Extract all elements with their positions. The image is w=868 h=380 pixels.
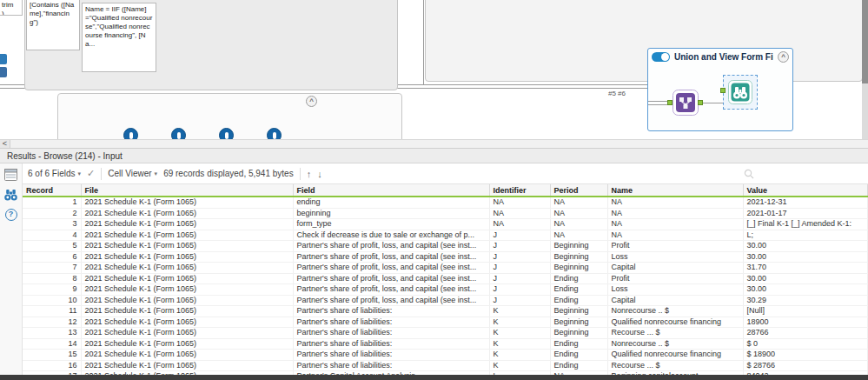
fields-dropdown[interactable]: 6 of 6 Fields ▾ [28,169,81,178]
cell-value[interactable]: 2021-12-31 [743,197,868,208]
cell-name[interactable]: Qualified nonrecourse financing [607,350,743,361]
tool-container-left[interactable] [24,0,398,90]
tool-icon[interactable] [171,128,186,139]
cell-field[interactable]: Partner's share of profit, loss, and cap… [293,273,489,284]
cell-file[interactable]: 2021 Schedule K-1 (Form 1065) [81,338,293,350]
cell-name[interactable]: Capital [607,263,743,274]
cell-field[interactable]: Partner's share of liabilities: [293,360,489,371]
column-header-file[interactable]: File [81,184,293,197]
column-header-period[interactable]: Period [550,184,607,197]
cell-name[interactable]: NA [607,219,743,230]
cell-name[interactable]: NA [607,197,743,208]
move-down-button[interactable]: ↓ [317,169,322,179]
cell-period[interactable]: Ending [550,338,607,350]
cell-period[interactable]: Beginning [550,328,607,339]
cell-file[interactable]: 2021 Schedule K-1 (Form 1065) [81,197,293,208]
column-header-field[interactable]: Field [293,184,489,197]
clipped-tool-icon[interactable] [0,54,7,64]
cell-field[interactable]: Partner's share of liabilities: [293,306,489,317]
cell-value[interactable]: $ 28766 [743,360,868,371]
cell-field[interactable]: Partner's share of liabilities: [293,317,489,328]
cell-name[interactable]: Profit [607,241,743,252]
cell-record[interactable]: 3 [23,219,81,230]
table-row[interactable]: 32021 Schedule K-1 (Form 1065)form_typeN… [23,219,868,230]
cell-file[interactable]: 2021 Schedule K-1 (Form 1065) [81,317,293,328]
cell-period[interactable]: NA [550,197,607,208]
input-anchor[interactable] [667,100,673,105]
cell-file[interactable]: 2021 Schedule K-1 (Form 1065) [81,360,293,371]
cell-file[interactable]: 2021 Schedule K-1 (Form 1065) [81,230,293,241]
table-row[interactable]: 62021 Schedule K-1 (Form 1065)Partner's … [23,251,868,263]
canvas-vertical-scrollbar[interactable] [862,0,868,139]
column-header-identifier[interactable]: Identifier [489,184,550,197]
clipped-tool-icon[interactable] [0,67,7,77]
union-tool-container[interactable]: Union and View Form Fields ^ [647,48,793,131]
cell-name[interactable]: Qualified nonrecourse financing [607,317,743,328]
cell-identifier[interactable]: K [489,328,550,339]
cell-viewer-dropdown[interactable]: Cell Viewer ▾ [108,169,157,178]
cell-value[interactable]: L; [743,230,868,241]
cell-file[interactable]: 2021 Schedule K-1 (Form 1065) [81,273,293,284]
cell-identifier[interactable]: J [489,295,550,306]
cell-file[interactable]: 2021 Schedule K-1 (Form 1065) [81,241,293,252]
cell-record[interactable]: 6 [23,251,81,263]
tool-container-right[interactable] [425,0,863,82]
cell-period[interactable]: Beginning [550,317,607,328]
cell-name[interactable]: NA [607,230,743,241]
cell-value[interactable]: 30.29 [743,295,868,306]
apply-check-icon[interactable]: ✓ [87,168,95,179]
cell-name[interactable]: Recourse ... $ [607,360,743,371]
cell-value[interactable]: 31.70 [743,263,868,274]
cell-name[interactable]: Loss [607,251,743,263]
scroll-left-button[interactable]: < [0,140,10,148]
cell-period[interactable]: Ending [550,284,607,296]
cell-record[interactable]: 2 [23,208,81,219]
table-row[interactable]: 122021 Schedule K-1 (Form 1065)Partner's… [23,317,868,328]
cell-identifier[interactable]: J [489,241,550,252]
cell-record[interactable]: 15 [23,350,81,361]
cell-record[interactable]: 13 [23,328,81,339]
collapse-container-button[interactable]: ^ [778,51,789,63]
cell-record[interactable]: 7 [23,263,81,274]
cell-file[interactable]: 2021 Schedule K-1 (Form 1065) [81,263,293,274]
cell-name[interactable]: Nonrecourse .. $ [607,338,743,350]
cell-period[interactable]: Beginning [550,251,607,263]
cell-file[interactable]: 2021 Schedule K-1 (Form 1065) [81,295,293,306]
cell-record[interactable]: 16 [23,360,81,371]
column-header-value[interactable]: Value [743,184,868,197]
cell-file[interactable]: 2021 Schedule K-1 (Form 1065) [81,328,293,339]
cell-record[interactable]: 5 [23,241,81,252]
move-up-button[interactable]: ↑ [307,169,312,179]
cell-record[interactable]: 1 [23,197,81,208]
cell-name[interactable]: NA [607,208,743,219]
annotation-contains-formula[interactable]: [Contains ([Name],"financing") [26,0,80,50]
cell-file[interactable]: 2021 Schedule K-1 (Form 1065) [81,208,293,219]
cell-field[interactable]: Partner's share of liabilities: [293,338,489,350]
cell-file[interactable]: 2021 Schedule K-1 (Form 1065) [81,306,293,317]
table-row[interactable]: 142021 Schedule K-1 (Form 1065)Partner's… [23,338,868,350]
cell-record[interactable]: 12 [23,317,81,328]
layout-config-icon[interactable] [3,168,18,182]
canvas-horizontal-scrollbar[interactable]: < [0,139,868,149]
cell-record[interactable]: 9 [23,284,81,296]
cell-file[interactable]: 2021 Schedule K-1 (Form 1065) [81,350,293,361]
column-header-record[interactable]: Record [23,184,81,197]
browse-tool-selection[interactable] [723,75,758,110]
cell-value[interactable]: [Null] [743,306,868,317]
union-tool[interactable] [673,90,699,119]
output-anchor[interactable] [698,100,703,105]
cell-field[interactable]: beginning [293,208,489,219]
cell-identifier[interactable]: NA [489,208,550,219]
cell-identifier[interactable]: J [489,273,550,284]
cell-record[interactable]: 8 [23,273,81,284]
cell-identifier[interactable]: J [489,230,550,241]
cell-period[interactable]: NA [550,208,607,219]
collapse-container-button[interactable]: ^ [306,96,317,107]
cell-identifier[interactable]: J [489,284,550,296]
tool-icon[interactable] [219,128,234,139]
input-anchor[interactable] [720,88,726,93]
table-row[interactable]: 72021 Schedule K-1 (Form 1065)Partner's … [23,263,868,274]
tool-icon[interactable] [267,128,282,139]
cell-record[interactable]: 10 [23,295,81,306]
cell-period[interactable]: Ending [550,350,607,361]
